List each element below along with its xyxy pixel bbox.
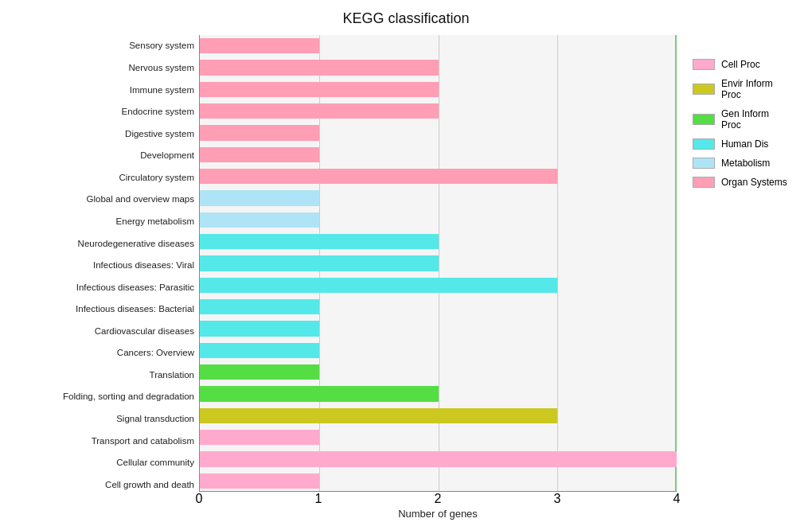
legend-item: Organ Systems — [693, 177, 788, 188]
legend-item: Metabolism — [693, 158, 788, 169]
bar — [200, 169, 557, 184]
y-axis-label: Cellular community — [116, 458, 194, 468]
x-tick-label: 3 — [554, 492, 561, 506]
y-axis-label: Endocrine system — [122, 107, 194, 117]
bar — [200, 278, 557, 293]
y-axis-label: Infectious diseases: Bacterial — [76, 304, 194, 314]
bar — [200, 321, 319, 336]
legend-label: Gen Inform Proc — [721, 108, 788, 131]
bar — [200, 451, 677, 466]
y-axis-label: Infectious diseases: Parasitic — [76, 283, 194, 293]
x-tick-label: 4 — [673, 492, 681, 506]
legend-label: Cell Proc — [721, 59, 760, 70]
bar — [200, 38, 319, 53]
bar-row — [200, 364, 677, 380]
bar-row — [200, 278, 677, 293]
y-axis-label: Global and overview maps — [86, 194, 194, 205]
bar — [200, 430, 319, 445]
bar — [200, 125, 319, 140]
plot-area — [199, 35, 677, 492]
bar-row — [200, 234, 677, 249]
bar-row — [200, 473, 677, 489]
bar — [200, 147, 319, 162]
y-axis-label: Transport and catabolism — [92, 436, 194, 446]
bar — [200, 408, 557, 423]
bar — [200, 473, 319, 489]
y-axis-label: Nervous system — [129, 63, 194, 73]
y-axis-label: Translation — [150, 370, 194, 380]
bar-row — [200, 212, 677, 228]
y-axis-label: Infectious diseases: Viral — [93, 260, 194, 271]
bar-row — [200, 255, 677, 271]
bar — [200, 255, 439, 271]
bar-row — [200, 147, 677, 162]
y-axis-label: Neurodegenerative diseases — [78, 239, 194, 249]
legend-item: Human Dis — [693, 138, 788, 150]
legend: Cell ProcEnvir Inform ProcGen Inform Pro… — [677, 35, 788, 520]
x-tick-label: 0 — [196, 492, 203, 506]
bar-row — [200, 82, 677, 97]
bar — [200, 212, 319, 228]
bar — [200, 82, 439, 97]
legend-color-box — [693, 177, 715, 188]
y-axis-label: Cardiovascular diseases — [95, 326, 194, 337]
bar-row — [200, 408, 677, 423]
bar-row — [200, 190, 677, 205]
legend-label: Envir Inform Proc — [721, 78, 788, 100]
bar — [200, 234, 439, 249]
legend-item: Envir Inform Proc — [693, 78, 788, 100]
y-axis-label: Cell growth and death — [105, 480, 194, 490]
bar — [200, 60, 439, 75]
x-axis-label: Number of genes — [199, 508, 677, 520]
y-axis-label: Cancers: Overview — [117, 348, 194, 358]
chart-container: KEGG classification Sensory systemNervou… — [24, 10, 788, 520]
bar — [200, 190, 319, 205]
y-axis-label: Sensory system — [129, 41, 194, 51]
x-axis-container: 01234 — [199, 492, 677, 506]
plot-area-wrapper: 01234 Number of genes — [199, 35, 677, 520]
x-tick-label: 1 — [315, 492, 322, 506]
chart-title: KEGG classification — [342, 10, 469, 27]
x-tick-label: 2 — [435, 492, 442, 506]
y-axis-label: Development — [140, 150, 194, 161]
bar-row — [200, 169, 677, 184]
bar-row — [200, 299, 677, 314]
y-axis-label: Circulatory system — [119, 173, 194, 183]
bar-row — [200, 430, 677, 445]
legend-color-box — [693, 84, 715, 95]
bar — [200, 343, 319, 358]
bar-row — [200, 60, 677, 75]
bar-row — [200, 451, 677, 466]
bar-row — [200, 103, 677, 119]
y-axis-label: Signal transduction — [116, 414, 194, 424]
bar-row — [200, 343, 677, 358]
bar — [200, 364, 319, 380]
bar-row — [200, 38, 677, 53]
bar — [200, 386, 439, 401]
bar — [200, 103, 439, 119]
bar — [200, 299, 319, 314]
y-axis-label: Energy metabolism — [116, 216, 194, 227]
legend-color-box — [693, 158, 715, 169]
bar-row — [200, 125, 677, 140]
legend-item: Gen Inform Proc — [693, 108, 788, 131]
legend-color-box — [693, 59, 715, 70]
legend-item: Cell Proc — [693, 59, 788, 70]
chart-body: Sensory systemNervous systemImmune syste… — [24, 35, 788, 520]
legend-color-box — [693, 138, 715, 150]
legend-color-box — [693, 114, 715, 125]
y-axis-label: Digestive system — [125, 129, 194, 139]
legend-label: Metabolism — [721, 158, 770, 169]
y-axis-label: Folding, sorting and degradation — [63, 392, 194, 402]
bar-row — [200, 321, 677, 336]
y-axis-label: Immune system — [130, 85, 194, 95]
legend-label: Human Dis — [721, 138, 768, 150]
y-axis-labels: Sensory systemNervous systemImmune syste… — [24, 35, 199, 520]
bar-row — [200, 386, 677, 401]
legend-label: Organ Systems — [721, 177, 787, 188]
